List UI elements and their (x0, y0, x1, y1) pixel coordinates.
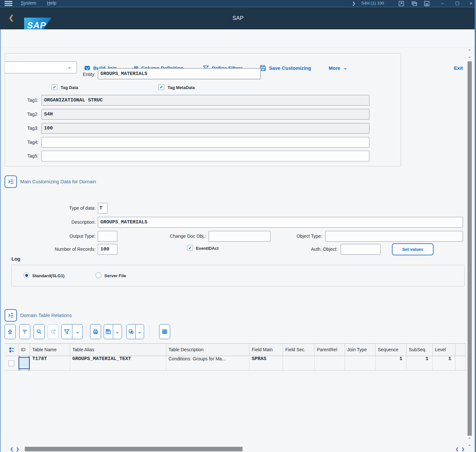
new-session-icon[interactable] (411, 1, 417, 7)
eventidact-checkbox[interactable]: ✓ (187, 245, 193, 251)
description-input[interactable] (98, 217, 463, 228)
cell-field-sec[interactable] (283, 356, 315, 370)
column-header-table-description[interactable]: Table Description (166, 344, 249, 356)
tag1-input[interactable] (41, 95, 369, 106)
tag3-input[interactable] (41, 123, 369, 134)
column-header-join-type[interactable]: Join Type (345, 344, 376, 356)
sort-ascending-button[interactable] (5, 324, 16, 339)
search-button[interactable] (34, 324, 45, 339)
cell-level[interactable]: 1 (433, 356, 455, 370)
cell-table-alias[interactable]: GROUPS_MATERIAL_TEXT (70, 356, 166, 370)
number-of-records-input[interactable] (98, 244, 117, 255)
copy-layout-dropdown-chevron[interactable]: ⌄ (135, 324, 144, 339)
table-row: ✓ T178T GROUPS_MATERIAL_TEXT Conditions:… (5, 356, 466, 370)
save-layout-icon[interactable] (424, 1, 430, 7)
sort-descending-button[interactable] (19, 324, 30, 339)
auth-object-input[interactable] (341, 244, 380, 255)
object-type-label: Object Type: (264, 234, 322, 239)
output-type-input[interactable] (98, 231, 117, 242)
set-values-button[interactable]: Set values (392, 243, 434, 255)
tag-data-checkbox[interactable]: ✓ (52, 84, 57, 90)
chevron-right-icon[interactable]: ❯ (351, 1, 357, 7)
entity-label: Entity: (33, 71, 96, 77)
tag3-label: Tag3: (19, 126, 38, 131)
column-header-field-main[interactable]: Field Main (249, 344, 283, 356)
column-header-field-sec[interactable]: Field Sec. (283, 344, 315, 356)
export-button[interactable]: ⌄ (104, 324, 122, 339)
tag5-input[interactable] (41, 151, 369, 161)
menu-help[interactable]: Help (47, 0, 56, 6)
log-group-title: Log (11, 256, 21, 262)
log-server-file-radio[interactable] (96, 272, 101, 278)
column-header-parentrel[interactable]: ParentRel (315, 344, 345, 356)
cell-id[interactable] (19, 356, 30, 370)
auth-object-label: Auth. Object: (279, 247, 337, 252)
hamburger-menu-icon[interactable] (5, 1, 12, 6)
copy-layout-button[interactable]: ⌄ (126, 324, 144, 339)
horizontal-scrollbar-thumb[interactable] (25, 447, 243, 451)
session-info: S4H (1) 100 (361, 1, 384, 6)
minimize-icon[interactable]: ─ (439, 1, 446, 7)
cell-table-description[interactable]: Conditions: Groups for Ma... (166, 356, 249, 370)
collapse-section-icon[interactable] (5, 175, 17, 188)
scroll-right-icon[interactable]: ❯ (15, 447, 20, 451)
column-header-table-name[interactable]: Table Name (30, 344, 70, 356)
export-icon (104, 324, 113, 339)
select-all-icon[interactable] (5, 344, 19, 356)
table-settings-button[interactable] (159, 324, 170, 339)
cell-sequence[interactable]: 1 (376, 356, 407, 370)
close-icon[interactable]: ✕ (468, 1, 475, 7)
column-header-subseq[interactable]: SubSeq. (407, 344, 433, 356)
type-of-data-input[interactable] (98, 203, 108, 214)
maximize-icon[interactable]: ☐ (454, 1, 461, 7)
exit-label: Exit (454, 65, 463, 71)
toolbar-separator (86, 325, 86, 338)
sap-gui-window: System Help ❯ S4H (1) 100 ─ ☐ ✕ ❮ SAP SA… (0, 0, 476, 452)
window-right-border (475, 0, 476, 452)
vertical-scrollbar-thumb[interactable] (468, 61, 472, 436)
main-customizing-header: Main Customizing Data for Domain (20, 175, 96, 188)
filter-dropdown-chevron[interactable]: ⌄ (72, 324, 83, 339)
scroll-up-icon[interactable]: ⌃ (467, 49, 472, 53)
filter-button[interactable]: ⌄ (61, 324, 83, 339)
scroll-left-icon[interactable]: ❮ (9, 447, 14, 451)
tag-data-label: Tag Data (61, 85, 78, 90)
scroll-down-icon[interactable]: ⌄ (467, 54, 472, 59)
row-checkbox[interactable]: ✓ (8, 360, 14, 366)
cell-join-type[interactable] (345, 356, 376, 370)
column-header-filler (455, 344, 466, 356)
cell-field-main[interactable]: SPRAS (249, 356, 283, 370)
tag4-input[interactable] (41, 137, 369, 148)
scroll-right-icon[interactable]: ❯ (460, 447, 466, 451)
change-doc-input[interactable] (209, 231, 271, 242)
export-dropdown-chevron[interactable]: ⌄ (113, 324, 122, 339)
focused-cell[interactable] (19, 357, 30, 369)
scroll-left-icon[interactable]: ❮ (454, 447, 460, 451)
cell-parentrel[interactable] (315, 356, 345, 370)
tag-metadata-checkbox[interactable]: ✓ (158, 84, 164, 90)
column-header-table-alias[interactable]: Table Alias (70, 344, 166, 356)
entity-input[interactable] (98, 68, 261, 79)
scroll-up-icon[interactable]: ⌃ (467, 437, 472, 442)
log-standard-radio[interactable] (23, 272, 29, 278)
type-of-data-label: Type of data: (33, 205, 96, 211)
search-next-button[interactable] (48, 324, 59, 339)
shortcut-icon[interactable] (398, 1, 404, 7)
print-button[interactable] (90, 324, 101, 339)
exit-button[interactable]: Exit (454, 62, 463, 74)
column-header-level[interactable]: Level (433, 344, 455, 356)
menu-system[interactable]: System (21, 0, 36, 6)
row-select-cell[interactable]: ✓ (5, 356, 19, 370)
scroll-down-icon[interactable]: ⌄ (467, 442, 472, 447)
domain-table-relations-header: Domain Table Relations (20, 309, 72, 322)
column-header-sequence[interactable]: Sequence (376, 344, 407, 356)
description-label: Description: (33, 219, 96, 225)
tag2-input[interactable] (41, 109, 369, 120)
column-header-id[interactable]: ID (19, 344, 30, 356)
cell-table-name[interactable]: T178T (30, 356, 70, 370)
check-icon: ✓ (159, 85, 163, 89)
cell-subseq[interactable]: 1 (407, 356, 433, 370)
collapse-section-icon[interactable] (5, 309, 17, 322)
toolbar-separator (149, 325, 150, 338)
object-type-input[interactable] (325, 231, 463, 242)
